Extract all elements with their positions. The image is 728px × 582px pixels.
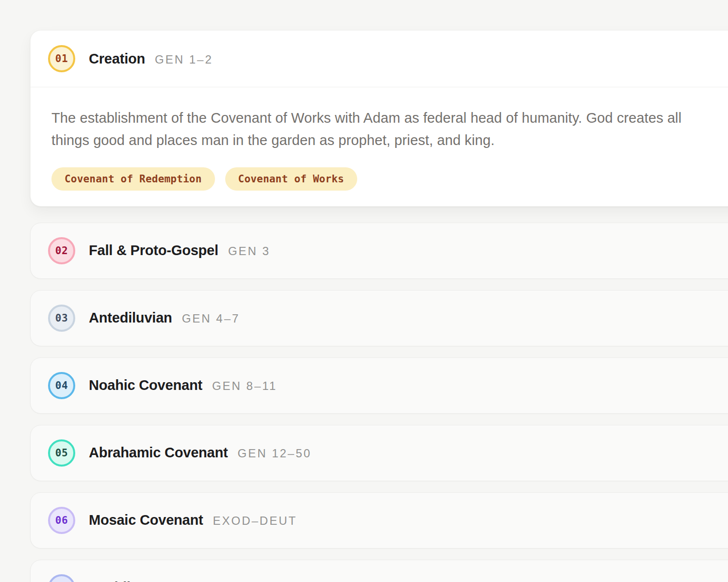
covenant-card-creation: 01 Creation GEN 1–2 The establishment of… — [30, 30, 728, 207]
card-description: The establishment of the Covenant of Wor… — [51, 107, 709, 152]
tag-covenant-of-works[interactable]: Covenant of Works — [225, 167, 357, 191]
card-body: The establishment of the Covenant of Wor… — [31, 87, 728, 206]
number-badge: 03 — [48, 305, 75, 332]
scripture-ref: GEN 4–7 — [182, 312, 240, 325]
card-header[interactable]: 06 Mosaic Covenant EXOD–DEUT — [31, 493, 728, 548]
card-header[interactable]: 03 Antediluvian GEN 4–7 — [31, 291, 728, 346]
number-badge: 04 — [48, 372, 75, 399]
tag-covenant-of-redemption[interactable]: Covenant of Redemption — [51, 167, 215, 191]
card-title: Mosaic Covenant — [89, 512, 203, 528]
card-title: Noahic Covenant — [89, 377, 202, 393]
scripture-ref: GEN 3 — [228, 244, 270, 258]
card-header[interactable]: 04 Noahic Covenant GEN 8–11 — [31, 358, 728, 413]
scripture-ref: GEN 1–2 — [155, 53, 213, 66]
scripture-ref: GEN 12–50 — [237, 447, 311, 460]
number-badge: 07 — [48, 574, 75, 582]
title-row: Abrahamic Covenant GEN 12–50 — [89, 445, 312, 461]
covenant-card-abrahamic: 05 Abrahamic Covenant GEN 12–50 — [30, 425, 728, 481]
card-header[interactable]: 07 Davidic Covenant 2 SAM 7 · PS 89 — [31, 560, 728, 582]
card-header[interactable]: 02 Fall & Proto-Gospel GEN 3 — [31, 223, 728, 278]
covenant-card-antediluvian: 03 Antediluvian GEN 4–7 — [30, 290, 728, 346]
title-row: Mosaic Covenant EXOD–DEUT — [89, 512, 297, 528]
covenant-card-fall-proto-gospel: 02 Fall & Proto-Gospel GEN 3 — [30, 223, 728, 279]
covenant-card-noahic: 04 Noahic Covenant GEN 8–11 — [30, 357, 728, 414]
covenant-card-mosaic: 06 Mosaic Covenant EXOD–DEUT — [30, 492, 728, 549]
title-row: Fall & Proto-Gospel GEN 3 — [89, 242, 270, 259]
scripture-ref: GEN 8–11 — [212, 379, 277, 393]
covenant-card-davidic: 07 Davidic Covenant 2 SAM 7 · PS 89 — [30, 560, 728, 582]
card-title: Abrahamic Covenant — [89, 445, 228, 461]
card-title: Antediluvian — [89, 310, 172, 326]
title-row: Creation GEN 1–2 — [89, 51, 213, 67]
covenant-timeline-list: 01 Creation GEN 1–2 The establishment of… — [30, 30, 728, 582]
title-row: Davidic Covenant 2 SAM 7 · PS 89 — [89, 580, 324, 582]
card-header[interactable]: 05 Abrahamic Covenant GEN 12–50 — [31, 425, 728, 481]
scripture-ref: EXOD–DEUT — [213, 514, 298, 528]
card-title: Creation — [89, 51, 145, 67]
tag-list: Covenant of Redemption Covenant of Works — [51, 167, 728, 191]
card-title: Fall & Proto-Gospel — [89, 242, 218, 259]
number-badge: 02 — [48, 237, 75, 264]
number-badge: 05 — [48, 439, 75, 467]
number-badge: 06 — [48, 507, 75, 534]
title-row: Antediluvian GEN 4–7 — [89, 310, 240, 326]
card-header[interactable]: 01 Creation GEN 1–2 — [31, 31, 728, 87]
number-badge: 01 — [48, 45, 75, 72]
card-title: Davidic Covenant — [89, 580, 205, 582]
title-row: Noahic Covenant GEN 8–11 — [89, 377, 277, 393]
